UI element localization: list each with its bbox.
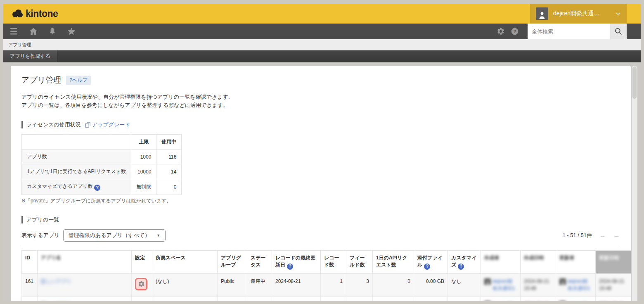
external-window-icon xyxy=(85,122,90,128)
hamburger-menu-icon[interactable] xyxy=(7,26,21,37)
nav-left-icons xyxy=(3,26,494,37)
col-created: 作成日時 xyxy=(521,250,556,273)
brand-bar: kintone dejiren開発共通… xyxy=(3,4,641,24)
col-last-update: レコードの最終更新日? xyxy=(272,250,321,273)
user-link[interactable]: dejiren開発共通ID1 xyxy=(492,278,517,292)
col-app-name: アプリ名 xyxy=(38,250,132,273)
vertical-scrollbar[interactable] xyxy=(632,66,637,301)
page-description-line2: アプリの一覧は、各項目を参考にしながらアプリを整理する際などに活用できます。 xyxy=(21,101,620,109)
apps-table: ID アプリ名 設定 所属スペース アプリグループ ステータス レコードの最終更… xyxy=(21,250,631,301)
license-corner-cell xyxy=(22,135,131,150)
chevron-down-icon xyxy=(615,11,621,17)
help-link[interactable]: ?ヘルプ xyxy=(66,76,91,85)
home-icon[interactable] xyxy=(26,26,40,37)
license-col-limit: 上限 xyxy=(131,135,156,150)
apps-table-header-row: ID アプリ名 設定 所属スペース アプリグループ ステータス レコードの最終更… xyxy=(22,250,631,273)
help-question-icon[interactable]: ? xyxy=(94,185,100,191)
license-usage-table: 上限 使用中 アプリ数 1000 116 1アプリで1日に実行できるAPIリクエ… xyxy=(21,134,182,195)
user-avatar-icon xyxy=(559,278,566,285)
col-creator: 作成者 xyxy=(481,250,521,273)
col-id: ID xyxy=(22,250,38,273)
pagination: 1 - 51 / 51件 ← → xyxy=(562,232,620,239)
settings-gear-icon[interactable] xyxy=(494,26,508,37)
pagination-count: 1 - 51 / 51件 xyxy=(562,232,592,239)
filter-label: 表示するアプリ xyxy=(21,232,60,239)
help-icon[interactable]: ? xyxy=(508,26,522,37)
search-input[interactable] xyxy=(528,24,610,39)
global-search xyxy=(528,24,627,39)
global-nav-bar: ? xyxy=(3,24,641,39)
col-fields: フィールド数 xyxy=(346,250,373,273)
app-management-panel: アプリ管理 ?ヘルプ アプリのライセンス使用状況や、自分が管理権限を持つアプリの… xyxy=(11,66,631,301)
kintone-logo[interactable]: kintone xyxy=(3,8,58,19)
dropdown-caret-icon: ▼ xyxy=(156,233,160,238)
col-updated-sorted: 更新日時 xyxy=(596,250,631,273)
breadcrumb-item[interactable]: アプリ管理 xyxy=(8,42,31,48)
creator-cell: dejiren開発共通ID1 xyxy=(484,278,517,292)
help-question-icon[interactable]: ? xyxy=(424,264,430,270)
col-space: 所属スペース xyxy=(152,250,218,273)
action-toolbar: アプリを作成する xyxy=(3,50,641,62)
kintone-cloud-icon xyxy=(12,9,23,18)
scrollbar-thumb[interactable] xyxy=(632,66,637,99)
app-settings-gear-button-highlighted[interactable] xyxy=(135,278,147,290)
user-avatar-icon xyxy=(536,7,548,20)
screenshot-frame: kintone dejiren開発共通… xyxy=(0,0,644,304)
svg-text:?: ? xyxy=(514,29,516,34)
nav-right-cluster: ? xyxy=(494,24,627,39)
license-row: 1アプリで1日に実行できるAPIリクエスト数 10000 14 xyxy=(22,164,182,179)
search-button[interactable] xyxy=(610,24,627,39)
notifications-bell-icon[interactable] xyxy=(45,26,59,37)
breadcrumb: アプリ管理 xyxy=(3,39,641,50)
license-note: ※「private」アプリグループに所属するアプリは除かれています。 xyxy=(21,197,620,204)
user-menu[interactable]: dejiren開発共通… xyxy=(530,4,627,24)
divider xyxy=(21,246,620,246)
favorites-star-icon[interactable] xyxy=(64,26,78,37)
license-row: アプリ数 1000 116 xyxy=(22,150,182,164)
table-row-app-160: 160 新しいアプリ (なし) Public 運用開始前 2024-08-21 … xyxy=(22,297,631,301)
col-attachments: 添付ファイル? xyxy=(414,250,448,273)
app-filter-dropdown[interactable]: 管理権限のあるアプリ（すべて） ▼ xyxy=(63,229,166,242)
page-description-line1: アプリのライセンス使用状況や、自分が管理権限を持つアプリの一覧を確認できます。 xyxy=(21,93,620,101)
user-name: dejiren開発共通… xyxy=(553,10,610,17)
app-name-link[interactable]: 新しいアプリ xyxy=(41,278,71,284)
col-updater: 更新者 xyxy=(556,250,596,273)
page-title: アプリ管理 xyxy=(21,75,61,86)
license-section-title: ライセンスの使用状況 xyxy=(26,121,81,128)
apps-section-title: アプリの一覧 xyxy=(26,216,59,223)
col-customize: カスタマイズ? xyxy=(448,250,481,273)
table-row-app-161: 161 新しいアプリ (なし) Public 運用中 2024-08-21 1 … xyxy=(22,273,631,297)
help-question-icon[interactable]: ? xyxy=(458,264,464,270)
help-question-icon[interactable]: ? xyxy=(287,264,293,270)
col-records: レコード数 xyxy=(321,250,346,273)
col-group: アプリグループ xyxy=(218,250,247,273)
pagination-next-icon[interactable]: → xyxy=(613,232,620,239)
pagination-prev-icon[interactable]: ← xyxy=(599,232,606,239)
col-status: ステータス xyxy=(247,250,272,273)
browser-viewport: kintone dejiren開発共通… xyxy=(3,4,641,301)
col-api: 1日のAPIリクエスト数 xyxy=(373,250,414,273)
create-app-button[interactable]: アプリを作成する xyxy=(3,50,57,62)
license-row: カスタマイズできるアプリ数? 無制限 0 xyxy=(22,179,182,195)
updater-cell: dejiren開発共通ID1 xyxy=(559,278,592,292)
license-col-used: 使用中 xyxy=(156,135,182,150)
user-avatar-icon xyxy=(484,278,491,285)
user-link[interactable]: dejiren開発共通ID1 xyxy=(568,278,592,292)
upgrade-link[interactable]: アップグレード xyxy=(85,121,130,128)
kintone-logo-text: kintone xyxy=(26,8,58,19)
col-settings: 設定 xyxy=(132,250,152,273)
